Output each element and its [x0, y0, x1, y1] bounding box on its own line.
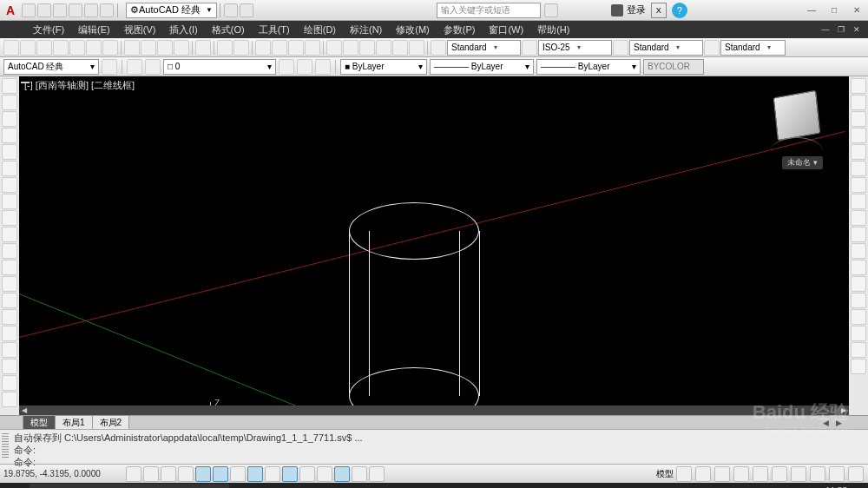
- grid-toggle[interactable]: [161, 466, 176, 482]
- menu-dimension[interactable]: 标注(N): [343, 23, 389, 36]
- zoom-previous-icon[interactable]: [305, 40, 320, 56]
- annotation-monitor-toggle[interactable]: [369, 466, 385, 482]
- workspace-dropdown[interactable]: ⚙ AutoCAD 经典 ▼: [126, 3, 217, 18]
- block-insert-icon[interactable]: [2, 260, 17, 275]
- toolpalettes-icon[interactable]: [359, 40, 375, 56]
- properties-icon[interactable]: [326, 40, 342, 56]
- revcloud-icon[interactable]: [2, 194, 17, 209]
- blend-icon[interactable]: [851, 342, 866, 358]
- command-input[interactable]: 命令:: [5, 456, 863, 468]
- linetype-dropdown[interactable]: ———— ByLayer▾: [430, 59, 534, 75]
- sheetset-icon[interactable]: [376, 40, 391, 56]
- menu-draw[interactable]: 绘图(D): [297, 23, 343, 36]
- menu-help[interactable]: 帮助(H): [530, 23, 576, 36]
- windows-search-input[interactable]: 在这里输入你要搜索的内容 🎤: [30, 484, 229, 488]
- annoscale-icon[interactable]: [714, 466, 730, 482]
- scroll-left-icon[interactable]: ◀: [19, 406, 30, 414]
- textstyle-icon[interactable]: [431, 40, 446, 56]
- polar-toggle[interactable]: [195, 466, 211, 482]
- mtext-icon[interactable]: [2, 375, 17, 391]
- ws-settings-icon[interactable]: [102, 59, 117, 75]
- menu-insert[interactable]: 插入(I): [162, 23, 204, 36]
- command-window[interactable]: 自动保存到 C:\Users\Administrator\appdata\loc…: [0, 429, 868, 464]
- extend-icon[interactable]: [851, 243, 866, 259]
- gradient-icon[interactable]: [2, 326, 17, 341]
- taskbar-app-icon[interactable]: ◉: [229, 483, 259, 488]
- save-icon[interactable]: [36, 40, 52, 56]
- ducs-toggle[interactable]: [265, 466, 280, 482]
- tab-model[interactable]: 模型: [23, 415, 56, 430]
- rectangle-icon[interactable]: [2, 144, 17, 160]
- layer-manager-icon[interactable]: [127, 59, 142, 75]
- polyline-icon[interactable]: [2, 111, 17, 127]
- arc-icon[interactable]: [2, 161, 17, 176]
- quickview-drawings-icon[interactable]: [695, 466, 711, 482]
- qat-open-icon[interactable]: [37, 3, 51, 17]
- zoom-realtime-icon[interactable]: [272, 40, 287, 56]
- break-icon[interactable]: [851, 276, 866, 292]
- zoom-window-icon[interactable]: [288, 40, 304, 56]
- chamfer-icon[interactable]: [851, 309, 866, 325]
- layer-freeze-icon[interactable]: [145, 59, 161, 75]
- menu-edit[interactable]: 编辑(E): [71, 23, 117, 36]
- menu-file[interactable]: 文件(F): [26, 23, 71, 36]
- lineweight-dropdown[interactable]: ———— ByLayer▾: [536, 59, 641, 75]
- qat-redo-icon[interactable]: [100, 3, 114, 17]
- hardware-accel-icon[interactable]: [810, 466, 825, 482]
- command-grip-icon[interactable]: [2, 433, 9, 459]
- app-logo[interactable]: A: [0, 0, 21, 21]
- qat-extra-icon[interactable]: [224, 3, 238, 17]
- layer-dropdown[interactable]: □ 0▾: [163, 59, 276, 75]
- break-at-point-icon[interactable]: [851, 260, 866, 275]
- lineweight-toggle[interactable]: [299, 466, 315, 482]
- taskbar-app-icon[interactable]: 🎬: [259, 483, 288, 488]
- designcenter-icon[interactable]: [343, 40, 358, 56]
- toolbar-lock-icon[interactable]: [791, 466, 806, 482]
- maximize-button[interactable]: □: [823, 3, 845, 18]
- layer-prev-icon[interactable]: [315, 59, 331, 75]
- paste-icon[interactable]: [157, 40, 173, 56]
- offset-icon[interactable]: [851, 128, 866, 143]
- dyn-input-toggle[interactable]: [282, 466, 298, 482]
- viewport-label[interactable]: [-] [西南等轴测] [二维线框]: [24, 79, 135, 92]
- preview-icon[interactable]: [69, 40, 85, 56]
- ellipse-arc-icon[interactable]: [2, 243, 17, 259]
- ellipse-icon[interactable]: [2, 227, 17, 242]
- undo-icon[interactable]: [217, 40, 233, 56]
- table-icon[interactable]: [2, 359, 17, 374]
- exchange-icon[interactable]: X: [651, 3, 667, 18]
- publish-icon[interactable]: [86, 40, 102, 56]
- qat-new-icon[interactable]: [22, 3, 36, 17]
- quickcalc-icon[interactable]: [409, 40, 424, 56]
- cut-icon[interactable]: [124, 40, 140, 56]
- move-icon[interactable]: [851, 161, 866, 176]
- scroll-right-icon[interactable]: ▶: [838, 406, 849, 414]
- plot-icon[interactable]: [53, 40, 69, 56]
- menu-modify[interactable]: 修改(M): [389, 23, 437, 36]
- line-icon[interactable]: [2, 78, 17, 94]
- addselected-icon[interactable]: [2, 392, 17, 407]
- circle-icon[interactable]: [2, 177, 17, 193]
- block-make-icon[interactable]: [2, 276, 17, 292]
- layer-state-icon[interactable]: [279, 59, 294, 75]
- drawing-viewport[interactable]: [-] [西南等轴测] [二维线框] Z X Y 未命名 ▾: [19, 76, 849, 415]
- workspace-switch-icon[interactable]: [772, 466, 787, 482]
- close-button[interactable]: ✕: [845, 3, 868, 18]
- osnap-toggle[interactable]: [213, 466, 228, 482]
- quick-properties-toggle[interactable]: [334, 466, 350, 482]
- doc-restore-button[interactable]: ❐: [833, 23, 849, 36]
- join-icon[interactable]: [851, 293, 866, 308]
- mirror-icon[interactable]: [851, 111, 866, 127]
- search-button[interactable]: [544, 3, 558, 17]
- trim-icon[interactable]: [851, 227, 866, 242]
- model-space-label[interactable]: 模型: [656, 468, 674, 480]
- minimize-button[interactable]: —: [800, 3, 823, 18]
- open-icon[interactable]: [20, 40, 36, 56]
- clean-screen-icon[interactable]: [848, 466, 864, 482]
- region-icon[interactable]: [2, 342, 17, 358]
- menu-window[interactable]: 窗口(W): [482, 23, 530, 36]
- mleaderstyle-icon[interactable]: [704, 40, 720, 56]
- help-icon[interactable]: ?: [672, 3, 687, 18]
- workspace-combo[interactable]: AutoCAD 经典▾: [3, 59, 99, 75]
- copy-icon[interactable]: [141, 40, 156, 56]
